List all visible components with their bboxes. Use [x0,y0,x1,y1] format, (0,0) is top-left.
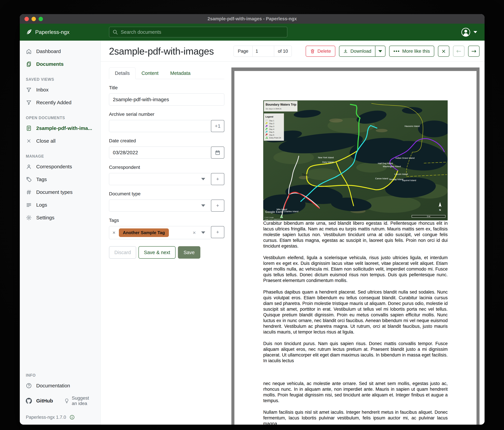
chevron-down-icon [201,232,205,234]
tags-label: Tags [109,218,224,223]
download-split-button: Download [339,46,386,57]
svg-text:Hausons Island: Hausons Island [405,125,420,127]
app-version: Paperless-ngx 1.7.0 [26,415,66,420]
suggest-idea-label: Suggest an idea [72,395,94,406]
trash-icon [310,49,315,54]
user-avatar-icon [461,28,470,37]
sidebar-item-label: GitHub [36,398,53,404]
sidebar: Dashboard Documents SAVED VIEWS Inbox [20,41,101,425]
sidebar-section-manage: MANAGE [20,147,100,160]
arrow-left-icon: ← [456,48,461,54]
sidebar-item-label: Document types [36,189,72,195]
sidebar-section-saved-views: SAVED VIEWS [20,71,100,84]
search-input[interactable] [120,29,284,35]
tab-details[interactable]: Details [109,67,136,79]
lightbulb-icon [64,398,69,403]
tag-chip[interactable]: Another Sample Tag [119,228,169,237]
tab-metadata[interactable]: Metadata [164,67,196,79]
sidebar-item-settings[interactable]: Settings [20,211,100,224]
sidebar-item-label: Logs [36,202,47,208]
svg-text:Day 4: Day 4 [269,128,274,130]
home-icon [26,48,32,54]
tag-icon [26,176,32,182]
previous-document-button[interactable]: ← [453,46,464,57]
map-scale-bar: 3 mi [412,215,445,217]
sidebar-item-label: 2sample-pdf-with-ima... [36,125,92,131]
sidebar-item-label: Close all [36,138,55,144]
tags-clear-icon[interactable]: × [193,230,196,236]
tag-remove-icon[interactable]: × [113,230,116,235]
svg-text:New York Island: New York Island [318,156,334,159]
sidebar-item-documents[interactable]: Documents [20,58,100,71]
sidebar-section-open-documents: OPEN DOCUMENTS [20,109,100,122]
pdf-viewer-frame[interactable]: Boundary Waters Trip Six days in BWCA Le… [231,67,479,425]
user-menu[interactable] [461,24,477,41]
main-content: 2sample-pdf-with-images Page of 10 Delet… [101,41,485,425]
dots-icon: ••• [394,48,400,54]
filter-icon [26,100,32,106]
page-number-input[interactable] [252,46,274,56]
svg-text:Half Dog Island: Half Dog Island [378,162,393,165]
macos-titlebar: 2sample-pdf-with-images - Paperless-ngx [20,14,485,24]
add-document-type-button[interactable]: + [211,200,224,212]
sidebar-item-close-all[interactable]: Close all [20,135,100,147]
document-type-select[interactable] [109,200,211,212]
calendar-icon [215,150,220,155]
delete-label: Delete [317,48,331,54]
asn-field-label: Archive serial number [109,112,224,117]
file-text-icon [26,125,32,131]
asn-plus-one-button[interactable]: +1 [211,120,224,132]
add-tag-button[interactable]: + [211,226,224,238]
brand-label: Paperless-ngx [35,29,70,35]
map-legend: Legend Day 1 Day 2 [264,113,284,141]
svg-text:Charlies Island: Charlies Island [284,210,298,213]
sidebar-item-recently-added[interactable]: Recently Added [20,96,100,109]
detail-tabs: Details Content Metadata [109,67,224,79]
save-and-next-button[interactable]: Save & next [138,246,175,259]
document-type-label: Document type [109,191,224,196]
question-icon [26,383,32,389]
sidebar-item-label: Tags [36,177,47,182]
sidebar-item-dashboard[interactable]: Dashboard [20,45,100,58]
sidebar-item-github[interactable]: GitHub [26,398,53,404]
pdf-page: Boundary Waters Trip Six days in BWCA Le… [234,71,477,425]
sidebar-item-tags[interactable]: Tags [20,173,100,186]
sidebar-item-logs[interactable]: Logs [20,198,100,211]
sidebar-item-documentation[interactable]: Documentation [20,379,100,392]
date-created-input[interactable] [109,147,211,159]
zoom-window-button[interactable] [39,17,43,21]
info-icon[interactable] [69,415,75,420]
close-window-button[interactable] [25,17,29,21]
calendar-button[interactable] [211,147,224,159]
paragraph: Duis non tincidunt purus. Nam quis sapie… [263,341,448,364]
save-button[interactable]: Save [178,246,200,259]
sidebar-item-correspondents[interactable]: Correspondents [20,160,100,173]
sidebar-item-inbox[interactable]: Inbox [20,84,100,96]
title-input[interactable] [109,93,224,106]
download-options-button[interactable] [375,46,385,56]
download-button[interactable]: Download [339,46,375,56]
title-field-label: Title [109,85,224,91]
correspondent-select[interactable] [109,173,211,185]
close-document-button[interactable]: × [438,46,449,57]
next-document-button[interactable]: → [468,46,479,57]
sidebar-item-open-document[interactable]: 2sample-pdf-with-ima... [20,122,100,135]
map-image: Boundary Waters Trip Six days in BWCA Le… [263,100,448,220]
tags-select[interactable]: × Another Sample Tag × [109,226,211,239]
sidebar-item-document-types[interactable]: Document types [20,186,100,198]
brand[interactable]: Paperless-ngx [26,24,70,41]
add-correspondent-button[interactable]: + [211,173,224,185]
svg-text:Entry Point 24: Entry Point 24 [269,137,281,139]
tab-content[interactable]: Content [136,67,164,79]
more-like-this-button[interactable]: ••• More like this [389,46,434,57]
svg-text:Gary Island: Gary Island [322,161,333,163]
page-label: Page [234,46,252,56]
search-documents-box[interactable] [109,27,287,37]
discard-button[interactable]: Discard [109,246,136,259]
sidebar-item-suggest-idea[interactable]: Suggest an idea [64,395,94,406]
map-title-box: Boundary Waters Trip Six days in BWCA [264,101,297,112]
logs-icon [26,202,32,208]
delete-button[interactable]: Delete [306,46,335,57]
minimize-window-button[interactable] [32,17,36,21]
asn-input[interactable] [109,120,211,132]
